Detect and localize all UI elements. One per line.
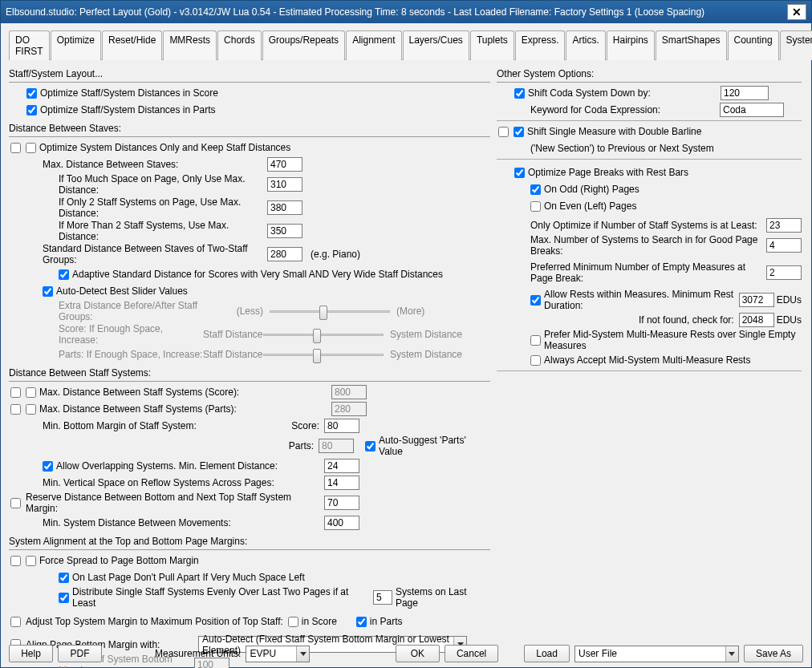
tab-reset-hide[interactable]: Reset/Hide xyxy=(102,30,162,60)
field-pref-min[interactable] xyxy=(766,265,802,280)
lbl-auto-suggest: Auto-Suggest 'Parts' Value xyxy=(379,435,490,457)
lbl-min-sys-mov: Min. System Distance Between Movements: xyxy=(43,517,324,528)
field-min-vert[interactable] xyxy=(324,476,359,490)
lbl-shift-single2: ('New Section') to Previous or Next Syst… xyxy=(530,143,714,154)
cb-outer-3[interactable] xyxy=(10,404,21,415)
cb-opt-page[interactable] xyxy=(514,168,525,178)
cb-allow-rests[interactable] xyxy=(530,295,541,306)
select-preset[interactable]: User File xyxy=(574,646,739,662)
pdf-button[interactable]: PDF xyxy=(58,645,102,662)
tab-groups-repeats[interactable]: Groups/Repeats xyxy=(262,30,345,60)
tab-optimize[interactable]: Optimize xyxy=(51,30,101,60)
lbl-on-even: On Even (Left) Pages xyxy=(544,200,636,212)
tab-artics[interactable]: Artics. xyxy=(566,30,605,60)
tab-hairpins[interactable]: Hairpins xyxy=(607,30,655,60)
dist-sys-head: Distance Between Staff Systems: xyxy=(9,367,151,379)
field-std-dist[interactable] xyxy=(267,247,302,261)
save-as-button[interactable]: Save As xyxy=(744,645,803,662)
cb-prefer-mid[interactable] xyxy=(530,335,541,346)
cb-adaptive[interactable] xyxy=(59,269,69,280)
cb-allow-overlap[interactable] xyxy=(43,461,53,472)
lbl-reserve: Reserve Distance Between Bottom and Next… xyxy=(26,492,324,514)
field-max-search[interactable] xyxy=(766,238,802,253)
cb-outer-2[interactable] xyxy=(10,387,21,398)
cb-max-sys-parts[interactable] xyxy=(26,404,36,415)
cb-optimize-score[interactable] xyxy=(26,88,37,99)
tab-layers-cues[interactable]: Layers/Cues xyxy=(403,30,469,60)
field-keyword-coda[interactable] xyxy=(720,103,784,117)
cb-opt-sys-only[interactable] xyxy=(26,143,36,153)
field-too-much[interactable] xyxy=(267,177,302,192)
lbl-opt-sys-only: Optimize System Distances Only and Keep … xyxy=(39,142,290,153)
tab-counting[interactable]: Counting xyxy=(728,30,779,60)
select-units[interactable]: EVPU xyxy=(246,646,310,662)
cb-shift-coda[interactable] xyxy=(514,88,525,99)
cb-optimize-parts[interactable] xyxy=(26,105,37,115)
tab-chords[interactable]: Chords xyxy=(217,30,262,60)
lbl-allow-rests: Allow Rests within Measures. Minimum Res… xyxy=(544,289,739,311)
tab-tuplets[interactable]: Tuplets xyxy=(470,30,514,60)
cb-outer-r1[interactable] xyxy=(498,127,509,137)
lbl-edus1: EDUs xyxy=(777,294,802,306)
cb-outer-5[interactable] xyxy=(10,556,21,566)
help-button[interactable]: Help xyxy=(9,645,53,662)
field-more2[interactable] xyxy=(267,224,302,238)
cb-on-even[interactable] xyxy=(530,201,541,212)
dist-staves-head: Distance Between Staves: xyxy=(9,123,121,134)
lbl-on-odd: On Odd (Right) Pages xyxy=(544,184,639,195)
field-reserve[interactable] xyxy=(324,496,359,510)
tab-mmrests[interactable]: MMRests xyxy=(163,30,217,60)
tab-express[interactable]: Express. xyxy=(515,30,566,60)
lbl-last-page: On Last Page Don't Pull Apart If Very Mu… xyxy=(72,572,305,583)
field-max-dist-staves[interactable] xyxy=(267,157,302,172)
cb-autodetect[interactable] xyxy=(43,286,53,297)
slider-parts[interactable] xyxy=(263,346,384,362)
lbl-less: (Less) xyxy=(231,306,263,317)
field-not-found[interactable] xyxy=(739,313,774,327)
cancel-button[interactable]: Cancel xyxy=(445,645,498,662)
lbl-optimize-score: Optimize Staff/System Distances in Score xyxy=(40,87,218,99)
slider-extra-dist[interactable] xyxy=(270,303,390,319)
cb-always-accept[interactable] xyxy=(530,355,541,366)
cb-outer-4[interactable] xyxy=(10,498,21,508)
tab-strip: DO FIRST Optimize Reset/Hide MMRests Cho… xyxy=(9,30,803,60)
tab-do-first[interactable]: DO FIRST xyxy=(9,30,50,60)
tab-smartshapes[interactable]: SmartShapes xyxy=(656,30,727,60)
cb-distribute[interactable] xyxy=(59,593,69,603)
lbl-parts-col: Parts: xyxy=(251,440,314,451)
field-only-opt[interactable] xyxy=(766,218,802,233)
close-button[interactable]: ✕ xyxy=(787,4,806,20)
tab-systems[interactable]: Systems xyxy=(780,30,812,60)
cb-outer-1[interactable] xyxy=(10,143,21,153)
lbl-extra-dist: Extra Distance Before/After Staff Groups… xyxy=(59,300,231,322)
field-shift-coda[interactable] xyxy=(721,86,769,100)
tab-alignment[interactable]: Alignment xyxy=(346,30,401,60)
field-min-sys-mov[interactable] xyxy=(324,516,359,530)
sys-align-head: System Alignment at the Top and Bottom P… xyxy=(9,536,247,547)
field-distribute[interactable] xyxy=(373,590,392,605)
field-only2[interactable] xyxy=(267,200,302,215)
cb-in-parts[interactable] xyxy=(356,617,367,627)
lbl-edus2: EDUs xyxy=(777,314,802,326)
cb-outer-6[interactable] xyxy=(10,617,21,627)
lbl-std-dist: Standard Distance Between Staves of Two-… xyxy=(43,243,267,265)
cb-last-page[interactable] xyxy=(59,573,69,583)
cb-max-sys-score[interactable] xyxy=(26,387,36,398)
cb-in-score[interactable] xyxy=(288,617,298,627)
field-allow-overlap[interactable] xyxy=(324,459,359,473)
slider-score[interactable] xyxy=(263,326,384,342)
footer: Help PDF Measurement Units: EVPU OK Canc… xyxy=(9,645,803,662)
lbl-in-score: in Score xyxy=(302,616,337,627)
lbl-only2: If Only 2 Staff Systems on Page, Use Max… xyxy=(59,196,267,219)
lbl-max-dist-staves: Max. Distance Between Staves: xyxy=(43,159,267,170)
cb-auto-suggest[interactable] xyxy=(365,441,376,451)
lbl-force-spread: Force Spread to Page Bottom Margin xyxy=(39,555,199,566)
load-button[interactable]: Load xyxy=(524,645,570,662)
lbl-distribute: Distribute Single Staff Systems Evenly O… xyxy=(72,586,370,609)
ok-button[interactable]: OK xyxy=(396,645,440,662)
field-min-bottom-score[interactable] xyxy=(324,419,359,433)
cb-shift-single[interactable] xyxy=(514,127,524,137)
field-allow-rests[interactable] xyxy=(739,293,774,307)
cb-on-odd[interactable] xyxy=(530,184,541,195)
cb-force-spread[interactable] xyxy=(26,556,36,566)
